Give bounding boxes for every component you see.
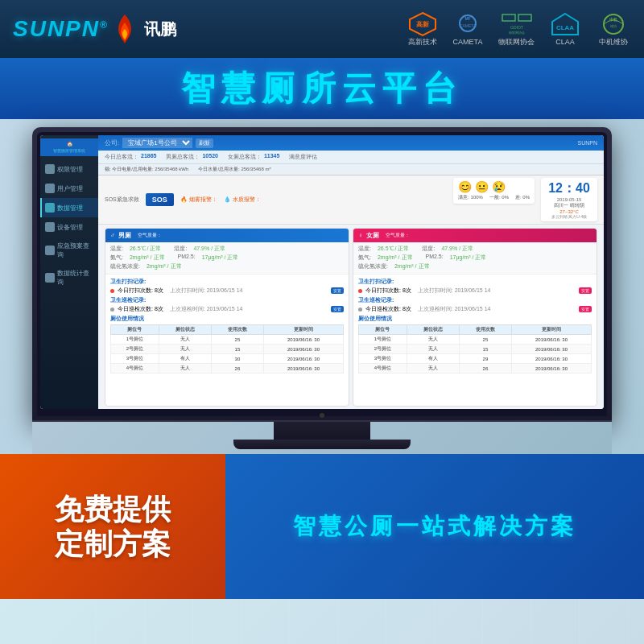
f-stall-status: 无人 bbox=[407, 345, 459, 354]
male-temp-val: 26.5℃ / 正常 bbox=[130, 245, 161, 253]
male-check-title: 卫生巡检记录: bbox=[110, 296, 344, 304]
sidebar-menu: 权限管理 用户管理 数据管理 bbox=[40, 159, 98, 291]
stall-id: 4号厕位 bbox=[111, 364, 159, 374]
f-stall-col-time: 更新时间 bbox=[512, 325, 592, 335]
female-clean-btn[interactable]: 安置 bbox=[579, 287, 592, 294]
weekday-display: 四川一 晴转阴 bbox=[546, 202, 592, 209]
f-stall-time: 2019/06/16: 30 bbox=[512, 364, 592, 374]
table-row: 3号厕位 有人 29 2019/06/16: 30 bbox=[359, 354, 592, 364]
female-air-label: 空气质量： bbox=[386, 232, 410, 239]
solution-text: 智慧公厕一站式解决方案 bbox=[293, 511, 576, 542]
happy-emoji: 😊 bbox=[458, 180, 472, 193]
female-check-last: 上次巡检时间: 2019/06/15 14 bbox=[418, 305, 491, 313]
sidebar-item-label: 权限管理 bbox=[57, 165, 83, 174]
partner-claa: CLAA CLAA bbox=[547, 12, 583, 46]
quanxian-icon bbox=[45, 164, 55, 174]
male-am-val: 2mg/m³ / 正常 bbox=[130, 254, 165, 262]
f-stall-status: 有人 bbox=[407, 354, 459, 364]
table-row: 3号厕位 有人 30 2019/06/16: 30 bbox=[111, 354, 344, 364]
logo-area: SUNPN® 讯鹏 bbox=[13, 13, 176, 45]
company-selector: 公司: 宝域广场1号公司 刷新 bbox=[105, 138, 213, 148]
sidebar-item-yonghu[interactable]: 用户管理 bbox=[40, 179, 98, 198]
stall-status: 有人 bbox=[159, 354, 211, 364]
promo-line1: 免费提供 bbox=[55, 492, 171, 526]
logo-sunpn: SUNPN® bbox=[13, 16, 109, 42]
water-stat: 今日水量/总用水量: 256/35468 m³ bbox=[198, 166, 270, 173]
partner-gaoxin: 高新 高新技术 bbox=[408, 11, 437, 47]
female-temp-label: 温度: bbox=[358, 245, 371, 253]
male-check-btn[interactable]: 安置 bbox=[331, 306, 344, 312]
shuju-icon bbox=[45, 203, 55, 213]
stall-col-count: 使用次数 bbox=[211, 325, 263, 335]
sidebar-item-shuju[interactable]: 数据管理 bbox=[40, 198, 98, 217]
female-check-btn[interactable]: 安置 bbox=[579, 306, 592, 312]
sad-pct: 差: 0% bbox=[515, 194, 530, 201]
stall-status: 无人 bbox=[159, 345, 211, 354]
monitor-area: 🏠 智慧厕所管理系统 权限管理 用户管理 bbox=[0, 119, 644, 454]
male-check-today: 今日巡检次数: 8次 上次巡检时间: 2019/06/15 14 安置 bbox=[110, 305, 344, 313]
confirm-button[interactable]: 刷新 bbox=[196, 138, 213, 148]
logo-reg: ® bbox=[100, 19, 109, 31]
table-row: 4号厕位 无人 26 2019/06/16: 30 bbox=[359, 364, 592, 374]
female-temp-val: 26.5℃ / 正常 bbox=[378, 245, 409, 253]
svg-text:高新: 高新 bbox=[416, 20, 429, 28]
male-stall-title: 厕位使用情况 bbox=[110, 315, 344, 323]
main-title: 智慧厕所云平台 bbox=[0, 66, 644, 111]
stall-count: 25 bbox=[211, 335, 263, 345]
female-check-today: 今日巡检次数: 8次 上次巡检时间: 2019/06/15 14 安置 bbox=[358, 305, 592, 313]
happy-pct: 满意: 100% bbox=[458, 194, 483, 201]
sidebar-item-label: 用户管理 bbox=[57, 184, 83, 193]
svg-text:CLAA: CLAA bbox=[556, 24, 574, 31]
male-ammonia-row: 氨气: 2mg/m³ / 正常 PM2.5: 17μg/m³ / 正常 bbox=[110, 254, 344, 262]
female-od-val: 2mg/m³ / 正常 bbox=[394, 262, 430, 270]
maint-icon: 中机 维协 bbox=[596, 11, 631, 37]
svg-text:MF: MF bbox=[464, 16, 470, 21]
male-clean-btn[interactable]: 安置 bbox=[331, 287, 344, 294]
system-name: 智慧厕所管理系统 bbox=[43, 148, 95, 154]
female-stall-table: 厕位号 厕位状态 使用次数 更新时间 1号厕位 无人 bbox=[358, 324, 592, 374]
stall-id: 2号厕位 bbox=[111, 345, 159, 354]
f-stall-status: 无人 bbox=[407, 364, 459, 374]
female-clean-last: 上次打扫时间: 2019/06/15 14 bbox=[418, 287, 491, 295]
male-label: 男厕总客流： bbox=[166, 153, 200, 161]
male-check-dot bbox=[110, 308, 114, 312]
stall-id: 1号厕位 bbox=[111, 335, 159, 345]
iot-icon: GDIOT 物联网协会 bbox=[499, 11, 535, 37]
stat-satisfaction: 满意度评估 bbox=[289, 153, 317, 161]
f-stall-time: 2019/06/16: 30 bbox=[512, 335, 592, 345]
male-check-last: 上次巡检时间: 2019/06/15 14 bbox=[170, 305, 243, 313]
male-air-quality: 温度: 26.5℃ / 正常 湿度: 47.9% / 正常 氨气: 2mg/m³… bbox=[105, 242, 349, 275]
stall-count: 30 bbox=[211, 354, 263, 364]
sidebar-item-quanxian[interactable]: 权限管理 bbox=[40, 159, 98, 179]
female-clean-count: 今日打扫次数: 8次 bbox=[365, 287, 411, 295]
monitor-stand-wrapper bbox=[32, 422, 612, 454]
stall-col-id: 厕位号 bbox=[111, 325, 159, 335]
title-bar: 智慧厕所云平台 bbox=[0, 58, 644, 119]
user-info: SUNPN bbox=[577, 140, 597, 146]
f-stall-col-status: 厕位状态 bbox=[407, 325, 459, 335]
sidebar-item-shebei[interactable]: 设备管理 bbox=[40, 217, 98, 237]
maint-label: 中机维协 bbox=[599, 37, 628, 47]
male-icon: ♂ bbox=[110, 232, 115, 239]
stall-col-status: 厕位状态 bbox=[159, 325, 211, 335]
stall-status: 无人 bbox=[159, 364, 211, 374]
stat-male: 男厕总客流： 10520 bbox=[166, 153, 217, 161]
sidebar-item-tongji[interactable]: 数据统计查询 bbox=[40, 264, 98, 291]
male-pm-val: 17μg/m³ / 正常 bbox=[202, 254, 239, 262]
sos-label: SOS紧急求救 bbox=[105, 196, 139, 204]
camera-dot bbox=[320, 413, 324, 418]
female-odor-row: 硫化氢浓度: 2mg/m³ / 正常 bbox=[358, 262, 592, 270]
female-stall-title: 厕位使用情况 bbox=[358, 315, 592, 323]
sidebar-item-label: 设备管理 bbox=[57, 223, 83, 232]
iot-label: 物联网协会 bbox=[498, 37, 535, 47]
sos-button[interactable]: SOS bbox=[146, 193, 174, 206]
sidebar-item-yingji[interactable]: 应急预案查询 bbox=[40, 237, 98, 264]
sad-emoji: 😢 bbox=[492, 180, 506, 193]
weather-display: 多云到晴 凤力U-4级 bbox=[546, 214, 592, 219]
stall-col-time: 更新时间 bbox=[264, 325, 344, 335]
table-row: 4号厕位 无人 26 2019/06/16: 30 bbox=[111, 364, 344, 374]
emoji-row: 😊 😐 😢 bbox=[458, 180, 530, 193]
company-dropdown[interactable]: 宝域广场1号公司 bbox=[122, 138, 192, 148]
stall-time: 2019/06/16: 30 bbox=[264, 335, 344, 345]
total-value: 21865 bbox=[141, 153, 156, 161]
